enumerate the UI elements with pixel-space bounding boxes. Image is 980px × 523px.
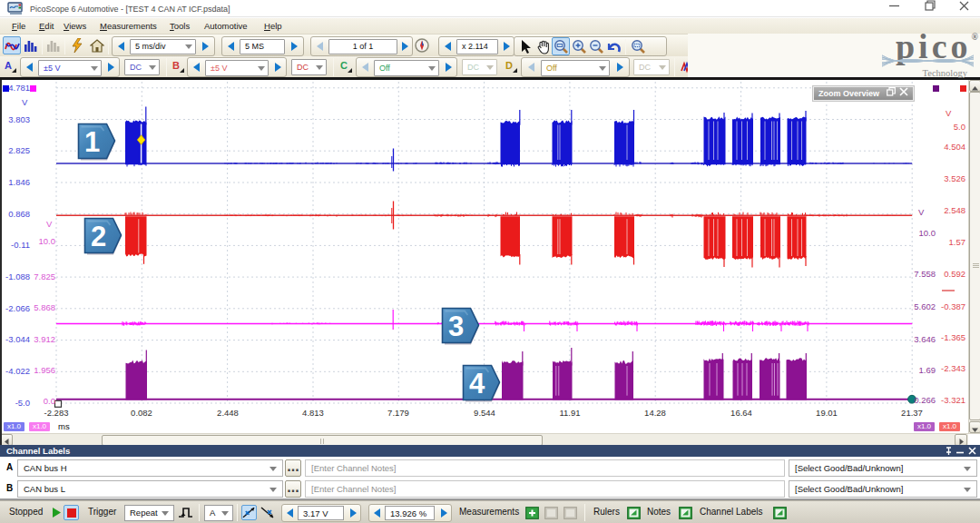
svg-text:1: 1 <box>84 126 100 158</box>
svg-text:4: 4 <box>469 368 485 400</box>
svg-text:2: 2 <box>91 221 106 252</box>
svg-text:3: 3 <box>448 311 464 342</box>
